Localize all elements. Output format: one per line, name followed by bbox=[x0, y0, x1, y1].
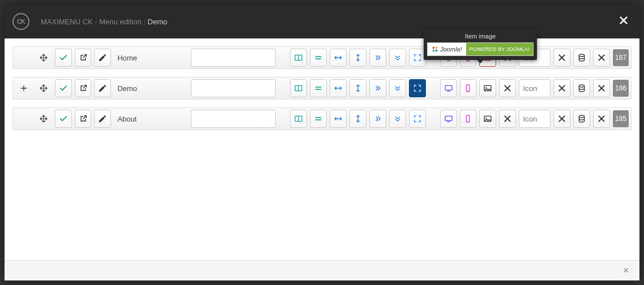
width-button[interactable] bbox=[330, 110, 347, 128]
menu-item-name: About bbox=[114, 115, 188, 123]
menu-item-name: Demo bbox=[114, 84, 188, 93]
height-button[interactable] bbox=[349, 49, 366, 67]
modal-body: Home bbox=[5, 38, 639, 260]
joomla-left: Joomla! bbox=[428, 43, 466, 55]
left-button[interactable] bbox=[369, 79, 386, 97]
icon-input[interactable] bbox=[519, 79, 551, 97]
item-class-input[interactable] bbox=[191, 110, 276, 128]
title-accent: Demo bbox=[148, 18, 168, 26]
edit-button[interactable] bbox=[94, 110, 111, 128]
columns-button[interactable] bbox=[290, 79, 307, 97]
footer-close-button[interactable]: × bbox=[619, 264, 633, 278]
menu-item-name: Home bbox=[114, 54, 188, 62]
remove-image-button[interactable] bbox=[499, 110, 516, 128]
publish-button[interactable] bbox=[55, 49, 72, 67]
item-image-button[interactable] bbox=[479, 79, 496, 97]
remove-params-button[interactable] bbox=[593, 79, 610, 97]
width-button[interactable] bbox=[330, 49, 347, 67]
svg-point-0 bbox=[433, 47, 435, 49]
height-button[interactable] bbox=[349, 79, 366, 97]
modal-window: CK MAXIMENU CK - Menu edition : Demo Ite… bbox=[5, 5, 639, 280]
icon-input[interactable] bbox=[519, 110, 551, 128]
publish-button[interactable] bbox=[55, 79, 72, 97]
publish-button[interactable] bbox=[55, 110, 72, 128]
height-button[interactable] bbox=[349, 110, 366, 128]
top-button[interactable] bbox=[389, 110, 406, 128]
edit-button[interactable] bbox=[94, 49, 111, 67]
row-button[interactable] bbox=[310, 110, 327, 128]
app-logo: CK bbox=[12, 13, 29, 30]
menu-row: Demo bbox=[12, 77, 632, 100]
item-id-badge: 186 bbox=[613, 80, 629, 97]
top-button[interactable] bbox=[389, 79, 406, 97]
move-handle-icon[interactable] bbox=[35, 49, 52, 67]
row-button[interactable] bbox=[310, 49, 327, 67]
row-button[interactable] bbox=[310, 79, 327, 97]
desktop-button[interactable] bbox=[440, 79, 457, 97]
move-handle-icon[interactable] bbox=[35, 110, 52, 128]
move-handle-icon[interactable] bbox=[35, 79, 52, 97]
open-link-button[interactable] bbox=[75, 49, 92, 67]
svg-point-24 bbox=[486, 87, 487, 88]
svg-point-22 bbox=[468, 90, 468, 90]
item-class-input[interactable] bbox=[191, 79, 276, 97]
database-button[interactable] bbox=[573, 79, 590, 97]
width-button[interactable] bbox=[330, 79, 347, 97]
mobile-button[interactable] bbox=[460, 110, 477, 128]
columns-button[interactable] bbox=[290, 49, 307, 67]
item-id-badge: 187 bbox=[613, 49, 629, 66]
powered-by-joomla: POWERED BY JOOMLA! bbox=[466, 43, 533, 55]
svg-point-35 bbox=[486, 118, 487, 119]
open-link-button[interactable] bbox=[75, 110, 92, 128]
open-link-button[interactable] bbox=[75, 79, 92, 97]
menu-row: About bbox=[12, 107, 632, 130]
item-id-badge: 185 bbox=[613, 110, 629, 127]
menu-row: Home bbox=[12, 46, 632, 69]
title-prefix: MAXIMENU CK - Menu edition : bbox=[41, 18, 148, 26]
top-button[interactable] bbox=[389, 49, 406, 67]
database-button[interactable] bbox=[573, 110, 590, 128]
left-button[interactable] bbox=[369, 49, 386, 67]
desktop-button[interactable] bbox=[440, 110, 457, 128]
modal-header: CK MAXIMENU CK - Menu edition : Demo Ite… bbox=[5, 5, 639, 38]
svg-point-33 bbox=[468, 120, 468, 121]
fullwidth-button[interactable] bbox=[409, 79, 426, 97]
item-class-input[interactable] bbox=[191, 49, 276, 67]
edit-button[interactable] bbox=[94, 79, 111, 97]
svg-point-25 bbox=[579, 85, 585, 87]
svg-rect-30 bbox=[445, 116, 452, 120]
remove-icon-button[interactable] bbox=[553, 49, 570, 67]
svg-point-3 bbox=[436, 50, 438, 52]
svg-point-2 bbox=[433, 50, 435, 52]
remove-icon-button[interactable] bbox=[553, 110, 570, 128]
svg-point-14 bbox=[579, 54, 585, 57]
joomla-badge: Joomla! POWERED BY JOOMLA! bbox=[427, 42, 534, 56]
fullwidth-button[interactable] bbox=[409, 110, 426, 128]
left-button[interactable] bbox=[369, 110, 386, 128]
close-button[interactable] bbox=[613, 10, 634, 31]
tooltip-label: Item image bbox=[427, 33, 534, 40]
remove-image-button[interactable] bbox=[499, 79, 516, 97]
mobile-button[interactable] bbox=[460, 79, 477, 97]
item-image-tooltip: Item image Joomla! POWERED BY JOOMLA! bbox=[424, 30, 537, 60]
item-image-button[interactable] bbox=[479, 110, 496, 128]
svg-rect-19 bbox=[445, 85, 452, 90]
remove-params-button[interactable] bbox=[593, 49, 610, 67]
svg-point-36 bbox=[579, 115, 585, 118]
svg-point-1 bbox=[436, 47, 438, 49]
remove-params-button[interactable] bbox=[593, 110, 610, 128]
modal-footer: × bbox=[5, 260, 639, 280]
columns-button[interactable] bbox=[290, 110, 307, 128]
database-button[interactable] bbox=[573, 49, 590, 67]
joomla-text: Joomla! bbox=[440, 46, 462, 53]
remove-icon-button[interactable] bbox=[553, 79, 570, 97]
modal-title: MAXIMENU CK - Menu edition : Demo bbox=[41, 18, 167, 26]
add-child-button[interactable] bbox=[15, 79, 32, 97]
